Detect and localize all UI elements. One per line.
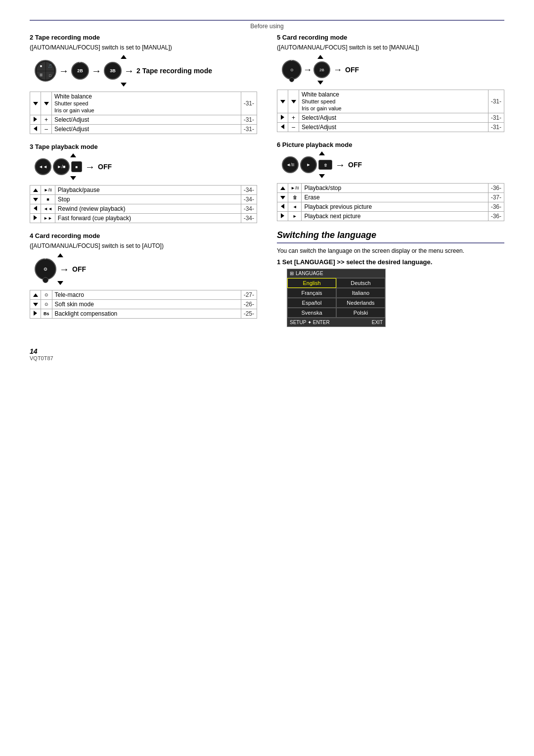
table-row: White balance Shutter speed Iris or gain… <box>30 92 257 115</box>
dial-arrow-up-5 <box>317 55 323 59</box>
section2-title: 2 Tape recording mode <box>30 34 257 41</box>
func-text: Playback/stop <box>302 184 488 193</box>
table-row: – Select/Adjust -31- <box>277 123 504 132</box>
dial-arrow-down-1 <box>121 83 127 87</box>
lang-cell-francais: Français <box>287 288 336 298</box>
arrow-col <box>30 125 41 134</box>
col-right: 5 Card recording mode ([AUTO/MANUAL/FOCU… <box>277 34 504 328</box>
icon-col: ►/II <box>41 186 55 195</box>
page-ref: -31- <box>488 123 504 132</box>
dial-wrapper-1: ■ 🎵 ☰ □ → 2B ♪ → <box>35 55 212 87</box>
off-label-4: OFF <box>72 265 86 273</box>
arrow-col <box>277 212 288 221</box>
main-two-col: 2 Tape recording mode ([AUTO/MANUAL/FOCU… <box>30 34 504 328</box>
dial-arrow-down-6 <box>319 174 325 178</box>
icon-col: + <box>288 113 299 123</box>
page-ref: -37- <box>488 193 504 202</box>
page-ref: -27- <box>241 290 257 300</box>
arrow-col <box>30 214 41 223</box>
page-ref: -26- <box>241 300 257 309</box>
lang-menu-title: LANGUAGE <box>296 271 323 276</box>
dial-wrapper-3: ◄◄ ►/■ ■ → OFF <box>35 153 112 180</box>
icon-col: ◄◄ <box>41 204 55 214</box>
func-text: Soft skin mode <box>52 300 241 309</box>
icon-col: ► <box>288 212 302 221</box>
page-ref: -31- <box>241 115 257 125</box>
arrow-col <box>277 113 288 123</box>
table-row: ► Playback next picture -36- <box>277 212 504 221</box>
dial-arrow-down-5 <box>317 81 323 85</box>
func-text: Fast forward (cue playback) <box>55 214 241 223</box>
func-text: White balance Shutter speed Iris or gain… <box>299 90 489 113</box>
section4: 4 Card recording mode ([AUTO/MANUAL/FOCU… <box>30 232 257 319</box>
func-text: Playback previous picture <box>302 202 488 212</box>
page-ref: -31- <box>488 113 504 123</box>
func-text: Select/Adjust <box>299 113 489 123</box>
table-row: – Select/Adjust -31- <box>30 125 257 134</box>
section3-title: 3 Tape playback mode <box>30 143 257 150</box>
page-ref: -34- <box>241 204 257 214</box>
header-label: Before using <box>30 23 504 30</box>
lang-cell-polski: Polski <box>336 308 385 318</box>
icon-col: – <box>41 125 52 134</box>
icon-col: ⊙ <box>41 290 52 300</box>
arrow-col <box>30 300 41 309</box>
page-ref: -34- <box>241 214 257 223</box>
page-number: 14 <box>30 347 504 355</box>
lang-cell-deutsch: Deutsch <box>336 278 385 288</box>
col-left: 2 Tape recording mode ([AUTO/MANUAL/FOCU… <box>30 34 257 328</box>
icon-col: ►/II <box>288 184 302 193</box>
section3-table: ►/II Playback/pause -34- ■ Stop -34- ◄◄ … <box>30 185 257 223</box>
section5-title: 5 Card recording mode <box>277 34 504 41</box>
off-label-3: OFF <box>98 163 112 171</box>
section4-subtitle: ([AUTO/MANUAL/FOCUS] switch is set to [A… <box>30 242 257 249</box>
page-ref: -31- <box>488 90 504 113</box>
switching-language-section: Switching the language You can switch th… <box>277 230 504 327</box>
func-text: Backlight compensation <box>52 309 241 319</box>
icon-col: ◄ <box>288 202 302 212</box>
arrow-col <box>277 193 288 202</box>
lang-cell-svenska: Svenska <box>287 308 336 318</box>
section5: 5 Card recording mode ([AUTO/MANUAL/FOCU… <box>277 34 504 132</box>
page-ref: -25- <box>241 309 257 319</box>
dial-arrow-up-3 <box>70 153 76 157</box>
func-text: White balance Shutter speed Iris or gain… <box>52 92 241 115</box>
func-text: Erase <box>302 193 488 202</box>
page-ref: -34- <box>241 186 257 195</box>
table-row: ⊙ Tele-macro -27- <box>30 290 257 300</box>
section3: 3 Tape playback mode ◄◄ ►/■ <box>30 143 257 223</box>
section4-table: ⊙ Tele-macro -27- ⊙ Soft skin mode -26- … <box>30 290 257 319</box>
section6: 6 Picture playback mode ◄/II ► <box>277 141 504 221</box>
arrow-col <box>30 195 41 204</box>
lang-cell-espanol: Español <box>287 298 336 308</box>
table-row: White balance Shutter speed Iris or gain… <box>277 90 504 113</box>
func-text: Select/Adjust <box>299 123 489 132</box>
model-number: VQT0T87 <box>30 355 504 361</box>
table-row: ■ Stop -34- <box>30 195 257 204</box>
table-row: Bs Backlight compensation -25- <box>30 309 257 319</box>
arrow-col <box>277 202 288 212</box>
icon-col <box>41 92 52 115</box>
icon-col: ■ <box>41 195 55 204</box>
arrow-col <box>30 92 41 115</box>
table-row: 🗑 Erase -37- <box>277 193 504 202</box>
func-text: Tele-macro <box>52 290 241 300</box>
footer: 14 VQT0T87 <box>30 347 504 361</box>
section2: 2 Tape recording mode ([AUTO/MANUAL/FOCU… <box>30 34 257 134</box>
func-text: Playback/pause <box>55 186 241 195</box>
section5-table: White balance Shutter speed Iris or gain… <box>277 90 504 132</box>
dial-arrow-down-4 <box>57 281 63 285</box>
dial-wrapper-4: ⊙ ♪ → OFF <box>35 253 86 285</box>
icon-col: 🗑 <box>288 193 302 202</box>
table-row: + Select/Adjust -31- <box>277 113 504 123</box>
icon-col: ►► <box>41 214 55 223</box>
icon-col: – <box>288 123 299 132</box>
lang-menu-grid: English Deutsch Français Italiano Españo… <box>287 278 385 318</box>
lang-menu-header: ⊞ LANGUAGE <box>287 269 385 278</box>
off-label-5: OFF <box>345 66 359 74</box>
switching-desc: You can switch the language on the scree… <box>277 247 504 254</box>
page-ref: -36- <box>488 202 504 212</box>
table-row: + Select/Adjust -31- <box>30 115 257 125</box>
arrow-col <box>30 115 41 125</box>
func-text: Playback next picture <box>302 212 488 221</box>
